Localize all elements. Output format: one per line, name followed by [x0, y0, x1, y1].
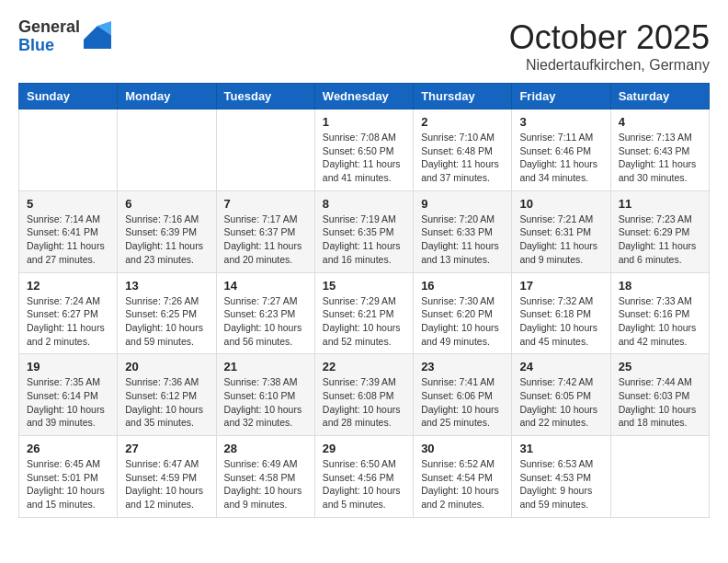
day-number: 31 [519, 442, 602, 455]
day-info: Sunrise: 7:23 AM Sunset: 6:29 PM Dayligh… [619, 213, 701, 267]
day-number: 8 [323, 197, 405, 211]
day-info: Sunrise: 7:21 AM Sunset: 6:31 PM Dayligh… [519, 213, 602, 267]
calendar-cell: 20Sunrise: 7:36 AM Sunset: 6:12 PM Dayli… [118, 354, 216, 436]
calendar-cell: 29Sunrise: 6:50 AM Sunset: 4:56 PM Dayli… [314, 436, 413, 518]
day-info: Sunrise: 7:10 AM Sunset: 6:48 PM Dayligh… [421, 131, 504, 185]
calendar-cell: 18Sunrise: 7:33 AM Sunset: 6:16 PM Dayli… [610, 272, 709, 354]
title-block: October 2025 Niedertaufkirchen, Germany [509, 18, 710, 74]
day-number: 2 [421, 115, 504, 129]
day-number: 13 [125, 279, 208, 293]
weekday-header-thursday: Thursday [414, 84, 512, 109]
calendar-cell [118, 109, 216, 191]
calendar-cell: 25Sunrise: 7:44 AM Sunset: 6:03 PM Dayli… [610, 354, 709, 436]
calendar-cell: 10Sunrise: 7:21 AM Sunset: 6:31 PM Dayli… [512, 190, 610, 272]
calendar-cell [610, 436, 709, 518]
day-info: Sunrise: 7:27 AM Sunset: 6:23 PM Dayligh… [224, 294, 307, 349]
day-number: 26 [27, 442, 109, 455]
calendar-cell: 22Sunrise: 7:39 AM Sunset: 6:08 PM Dayli… [314, 354, 413, 436]
calendar-cell: 9Sunrise: 7:20 AM Sunset: 6:33 PM Daylig… [414, 190, 512, 272]
weekday-header-tuesday: Tuesday [216, 84, 314, 109]
day-info: Sunrise: 7:39 AM Sunset: 6:08 PM Dayligh… [323, 375, 405, 430]
day-number: 14 [224, 279, 307, 293]
day-number: 7 [224, 197, 307, 211]
day-info: Sunrise: 7:14 AM Sunset: 6:41 PM Dayligh… [27, 213, 109, 267]
calendar-cell: 3Sunrise: 7:11 AM Sunset: 6:46 PM Daylig… [512, 109, 610, 191]
day-info: Sunrise: 6:52 AM Sunset: 4:54 PM Dayligh… [421, 457, 504, 511]
day-info: Sunrise: 6:47 AM Sunset: 4:59 PM Dayligh… [125, 457, 208, 511]
day-info: Sunrise: 7:11 AM Sunset: 6:46 PM Dayligh… [519, 131, 602, 185]
day-info: Sunrise: 6:50 AM Sunset: 4:56 PM Dayligh… [323, 457, 405, 511]
day-info: Sunrise: 7:42 AM Sunset: 6:05 PM Dayligh… [519, 375, 602, 430]
day-number: 30 [421, 442, 504, 455]
day-number: 18 [619, 279, 701, 293]
week-row-2: 5Sunrise: 7:14 AM Sunset: 6:41 PM Daylig… [19, 190, 710, 272]
day-number: 27 [125, 442, 208, 455]
weekday-header-saturday: Saturday [610, 84, 709, 109]
calendar-cell: 31Sunrise: 6:53 AM Sunset: 4:53 PM Dayli… [512, 436, 610, 518]
calendar-cell: 4Sunrise: 7:13 AM Sunset: 6:43 PM Daylig… [610, 109, 709, 191]
calendar-cell: 2Sunrise: 7:10 AM Sunset: 6:48 PM Daylig… [414, 109, 512, 191]
day-number: 1 [323, 115, 405, 129]
day-info: Sunrise: 7:35 AM Sunset: 6:14 PM Dayligh… [27, 375, 109, 430]
day-info: Sunrise: 7:13 AM Sunset: 6:43 PM Dayligh… [619, 131, 701, 185]
weekday-header-sunday: Sunday [19, 84, 118, 109]
weekday-header-friday: Friday [512, 84, 610, 109]
day-info: Sunrise: 7:38 AM Sunset: 6:10 PM Dayligh… [224, 375, 307, 430]
calendar-cell: 14Sunrise: 7:27 AM Sunset: 6:23 PM Dayli… [216, 272, 314, 354]
day-info: Sunrise: 7:17 AM Sunset: 6:37 PM Dayligh… [224, 213, 307, 267]
day-info: Sunrise: 6:53 AM Sunset: 4:53 PM Dayligh… [519, 457, 602, 511]
day-number: 29 [323, 442, 405, 455]
day-number: 17 [519, 279, 602, 293]
calendar-cell: 26Sunrise: 6:45 AM Sunset: 5:01 PM Dayli… [19, 436, 118, 518]
week-row-4: 19Sunrise: 7:35 AM Sunset: 6:14 PM Dayli… [19, 354, 710, 436]
weekday-header-monday: Monday [118, 84, 216, 109]
calendar-cell: 11Sunrise: 7:23 AM Sunset: 6:29 PM Dayli… [610, 190, 709, 272]
logo: General Blue [18, 18, 111, 55]
calendar-cell: 7Sunrise: 7:17 AM Sunset: 6:37 PM Daylig… [216, 190, 314, 272]
day-number: 12 [27, 279, 109, 293]
day-number: 9 [421, 197, 504, 211]
calendar-cell: 8Sunrise: 7:19 AM Sunset: 6:35 PM Daylig… [314, 190, 413, 272]
day-info: Sunrise: 7:36 AM Sunset: 6:12 PM Dayligh… [125, 375, 208, 430]
day-info: Sunrise: 6:49 AM Sunset: 4:58 PM Dayligh… [224, 457, 307, 511]
week-row-1: 1Sunrise: 7:08 AM Sunset: 6:50 PM Daylig… [19, 109, 710, 191]
day-number: 3 [519, 115, 602, 129]
day-number: 4 [619, 115, 701, 129]
day-info: Sunrise: 7:16 AM Sunset: 6:39 PM Dayligh… [125, 213, 208, 267]
calendar-cell [19, 109, 118, 191]
weekday-header-row: SundayMondayTuesdayWednesdayThursdayFrid… [19, 84, 710, 109]
day-info: Sunrise: 7:30 AM Sunset: 6:20 PM Dayligh… [421, 294, 504, 349]
day-info: Sunrise: 7:19 AM Sunset: 6:35 PM Dayligh… [323, 213, 405, 267]
day-number: 28 [224, 442, 307, 455]
day-info: Sunrise: 7:24 AM Sunset: 6:27 PM Dayligh… [27, 294, 109, 349]
day-number: 22 [323, 360, 405, 373]
calendar-cell: 16Sunrise: 7:30 AM Sunset: 6:20 PM Dayli… [414, 272, 512, 354]
day-info: Sunrise: 7:33 AM Sunset: 6:16 PM Dayligh… [619, 294, 701, 349]
calendar-cell: 30Sunrise: 6:52 AM Sunset: 4:54 PM Dayli… [414, 436, 512, 518]
calendar-cell: 17Sunrise: 7:32 AM Sunset: 6:18 PM Dayli… [512, 272, 610, 354]
weekday-header-wednesday: Wednesday [314, 84, 413, 109]
day-info: Sunrise: 6:45 AM Sunset: 5:01 PM Dayligh… [27, 457, 109, 511]
day-number: 15 [323, 279, 405, 293]
calendar-cell: 28Sunrise: 6:49 AM Sunset: 4:58 PM Dayli… [216, 436, 314, 518]
day-number: 21 [224, 360, 307, 373]
day-number: 25 [619, 360, 701, 373]
calendar-cell: 5Sunrise: 7:14 AM Sunset: 6:41 PM Daylig… [19, 190, 118, 272]
calendar-cell: 21Sunrise: 7:38 AM Sunset: 6:10 PM Dayli… [216, 354, 314, 436]
calendar-cell: 23Sunrise: 7:41 AM Sunset: 6:06 PM Dayli… [414, 354, 512, 436]
day-info: Sunrise: 7:44 AM Sunset: 6:03 PM Dayligh… [619, 375, 701, 430]
day-number: 23 [421, 360, 504, 373]
day-number: 24 [519, 360, 602, 373]
day-info: Sunrise: 7:41 AM Sunset: 6:06 PM Dayligh… [421, 375, 504, 430]
calendar-cell: 1Sunrise: 7:08 AM Sunset: 6:50 PM Daylig… [314, 109, 413, 191]
week-row-5: 26Sunrise: 6:45 AM Sunset: 5:01 PM Dayli… [19, 436, 710, 518]
calendar-cell: 12Sunrise: 7:24 AM Sunset: 6:27 PM Dayli… [19, 272, 118, 354]
logo-blue: Blue [18, 37, 80, 55]
page-header: General Blue October 2025 Niedertaufkirc… [18, 18, 710, 74]
calendar-cell: 15Sunrise: 7:29 AM Sunset: 6:21 PM Dayli… [314, 272, 413, 354]
calendar-cell: 19Sunrise: 7:35 AM Sunset: 6:14 PM Dayli… [19, 354, 118, 436]
day-info: Sunrise: 7:32 AM Sunset: 6:18 PM Dayligh… [519, 294, 602, 349]
day-number: 11 [619, 197, 701, 211]
calendar-table: SundayMondayTuesdayWednesdayThursdayFrid… [18, 83, 710, 518]
day-number: 10 [519, 197, 602, 211]
